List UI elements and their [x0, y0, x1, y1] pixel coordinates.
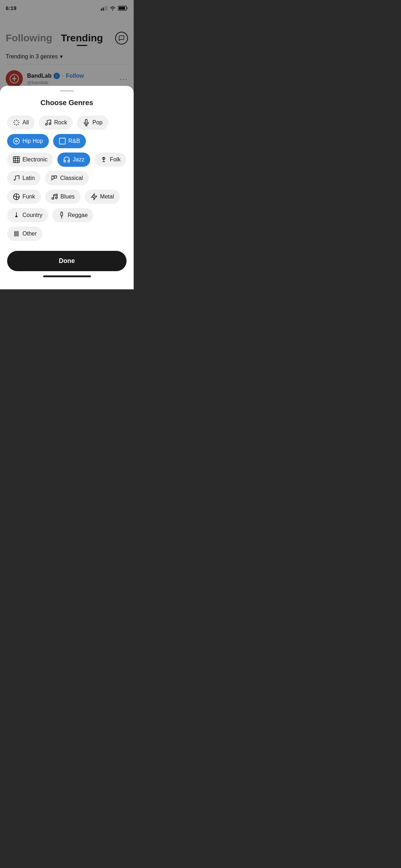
all-genre-icon: [13, 119, 20, 126]
all-genre-label: All: [22, 119, 29, 126]
genre-chip-rnb[interactable]: R&B: [53, 134, 86, 148]
latin-genre-icon: [13, 175, 20, 182]
funk-genre-label: Funk: [22, 193, 35, 200]
genre-chip-blues[interactable]: Blues: [45, 190, 81, 204]
hiphop-genre-label: Hip Hop: [22, 138, 43, 144]
svg-point-9: [49, 123, 51, 125]
rnb-genre-icon: [59, 138, 66, 145]
genre-chip-electronic[interactable]: Electronic: [7, 153, 53, 167]
pop-genre-icon: [83, 119, 90, 126]
other-genre-icon: [13, 230, 20, 237]
pop-genre-label: Pop: [92, 119, 102, 126]
svg-marker-26: [91, 194, 97, 200]
other-genre-label: Other: [22, 231, 37, 237]
metal-genre-icon: [91, 193, 98, 200]
hiphop-genre-icon: [13, 138, 20, 145]
jazz-genre-label: Jazz: [73, 156, 84, 163]
rock-genre-label: Rock: [54, 119, 67, 126]
genre-chip-latin[interactable]: Latin: [7, 171, 41, 185]
jazz-genre-icon: [63, 156, 70, 163]
electronic-genre-label: Electronic: [22, 156, 47, 163]
svg-point-24: [55, 197, 57, 199]
genre-chip-all[interactable]: All: [7, 115, 35, 130]
genre-chip-metal[interactable]: Metal: [85, 190, 120, 204]
metal-genre-label: Metal: [100, 193, 114, 200]
funk-genre-icon: [13, 193, 20, 200]
genre-chip-classical[interactable]: Classical: [45, 171, 89, 185]
folk-genre-icon: [100, 156, 107, 163]
genre-chip-other[interactable]: Other: [7, 227, 42, 241]
classical-genre-label: Classical: [60, 175, 83, 181]
svg-point-23: [52, 198, 53, 200]
latin-genre-label: Latin: [22, 175, 35, 181]
rnb-genre-label: R&B: [68, 138, 80, 144]
folk-genre-label: Folk: [110, 156, 120, 163]
rock-genre-icon: [45, 119, 52, 126]
home-indicator: [43, 275, 91, 277]
sheet-title: Choose Genres: [7, 99, 127, 107]
svg-line-25: [53, 195, 57, 196]
genre-chip-reggae[interactable]: Reggae: [52, 208, 93, 222]
genre-chip-hiphop[interactable]: Hip Hop: [7, 134, 49, 148]
electronic-genre-icon: [13, 156, 20, 163]
genre-chip-jazz[interactable]: Jazz: [57, 153, 90, 167]
done-button[interactable]: Done: [7, 251, 127, 271]
svg-rect-15: [14, 157, 20, 163]
genre-chip-folk[interactable]: Folk: [94, 153, 126, 167]
sheet-handle: [60, 90, 74, 92]
genre-chip-funk[interactable]: Funk: [7, 190, 41, 204]
svg-point-8: [45, 124, 47, 125]
genres-grid: AllRockPopHip HopR&BElectronicJazzFolkLa…: [7, 115, 127, 241]
genre-bottom-sheet: Choose Genres AllRockPopHip HopR&BElectr…: [0, 86, 134, 289]
genre-chip-rock[interactable]: Rock: [39, 115, 73, 130]
country-genre-icon: [13, 212, 20, 219]
reggae-genre-label: Reggae: [68, 212, 88, 218]
genre-chip-pop[interactable]: Pop: [77, 115, 108, 130]
blues-genre-label: Blues: [61, 193, 75, 200]
blues-genre-icon: [51, 193, 58, 200]
reggae-genre-icon: [58, 212, 65, 219]
genre-chip-country[interactable]: Country: [7, 208, 48, 222]
country-genre-label: Country: [22, 212, 42, 218]
svg-point-13: [16, 140, 17, 142]
classical-genre-icon: [51, 175, 58, 182]
